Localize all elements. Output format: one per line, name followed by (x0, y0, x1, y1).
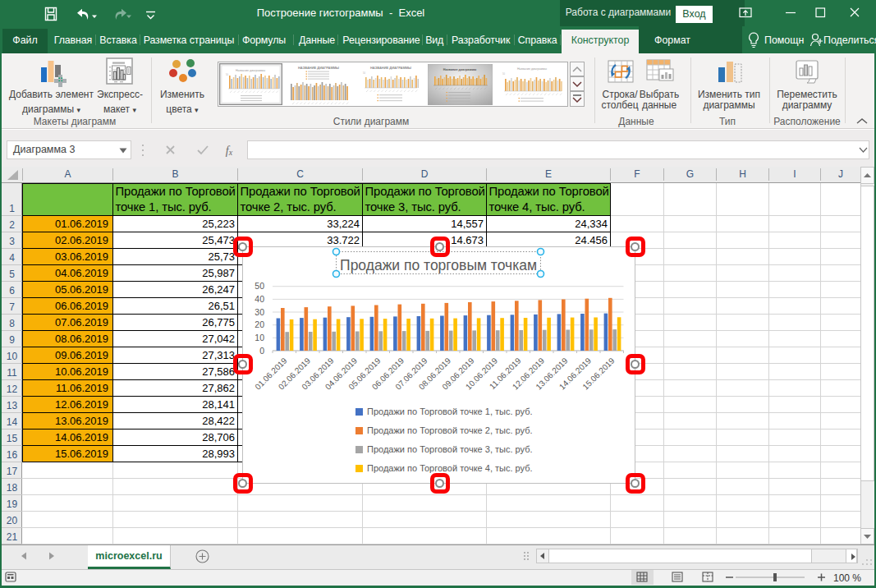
svg-text:Продажи по Торговой точке 1, т: Продажи по Торговой точке 1, тыс. руб. (367, 407, 533, 416)
svg-text:40: 40 (255, 294, 264, 304)
svg-text:50: 50 (255, 281, 264, 291)
svg-text:Название диаграммы: Название диаграммы (236, 69, 265, 72)
svg-text:30: 30 (255, 307, 264, 317)
svg-text:Название диаграммы: Название диаграммы (443, 68, 477, 71)
svg-text:Продажи по Торговой точке 4, т: Продажи по Торговой точке 4, тыс. руб. (367, 463, 533, 473)
svg-text:50: 50 (502, 72, 505, 76)
svg-text:20: 20 (255, 319, 264, 329)
svg-text:Название диаграммы: Название диаграммы (517, 67, 547, 71)
svg-text:10: 10 (255, 333, 264, 342)
svg-text:НАЗВАНИЕ ДИАГРАММЫ: НАЗВАНИЕ ДИАГРАММЫ (298, 66, 339, 70)
svg-text:НАЗВАНИЕ ДИАГРАММЫ: НАЗВАНИЕ ДИАГРАММЫ (370, 66, 411, 70)
svg-text:0: 0 (259, 346, 264, 356)
svg-text:Продажи по торговым точкам: Продажи по торговым точкам (340, 257, 537, 273)
svg-text:Продажи по Торговой точке 3, т: Продажи по Торговой точке 3, тыс. руб. (367, 444, 533, 454)
svg-text:Продажи по Торговой точке 2, т: Продажи по Торговой точке 2, тыс. руб. (367, 425, 533, 435)
svg-text:50: 50 (363, 71, 365, 75)
svg-text:fx: fx (226, 145, 233, 157)
